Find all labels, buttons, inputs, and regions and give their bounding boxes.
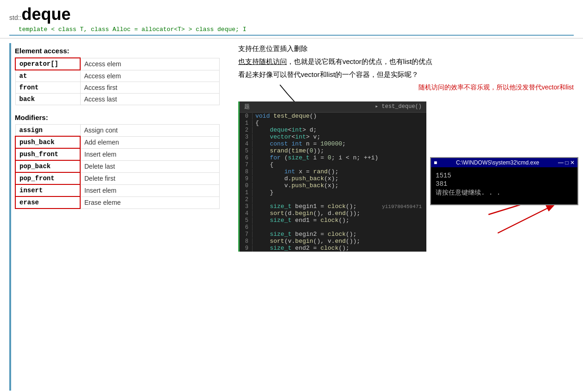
code-line: 7 size_t begin2 = clock();	[240, 231, 426, 238]
back-cell[interactable]: back	[15, 94, 80, 105]
code-line: 6 for (size_t i = 0; i < n; ++i)	[240, 154, 426, 161]
code-line: 9 size_t end2 = clock();	[240, 245, 426, 252]
code-line: 1{	[240, 120, 426, 126]
at-desc: Access elem	[80, 70, 220, 82]
page-container: std:: deque template < class T, class Al…	[0, 0, 583, 392]
back-desc: Access last	[80, 94, 220, 105]
table-row: push_front Insert elem	[15, 148, 220, 160]
cmd-title-controls: — □ ✕	[558, 159, 575, 166]
annotations: 支持任意位置插入删除 也支持随机访问，也就是说它既有vector的优点，也有li…	[238, 43, 578, 92]
code-line: 0void test_deque()	[240, 113, 426, 120]
table-row: pop_front Delete first	[15, 172, 220, 184]
element-access-title: Element access:	[15, 47, 220, 55]
page-title: deque	[21, 5, 70, 24]
push-back-cell[interactable]: push_back	[15, 136, 80, 148]
main-content: Element access: operator[] Access elem a…	[0, 38, 583, 391]
table-row: erase Erase eleme	[15, 196, 220, 209]
cmd-content: 1515 381 请按任意键继续. . .	[431, 167, 577, 204]
assign-cell[interactable]: assign	[15, 125, 80, 137]
annotation-line3: 看起来好像可以替代vector和list的一个容器，但是实际呢？	[238, 69, 578, 80]
namespace-label: std::	[9, 14, 21, 21]
annotation-line2-rest: ，也就是说它既有vector的优点，也有list的优点	[287, 57, 432, 65]
operator-cell[interactable]: operator[]	[15, 58, 80, 70]
front-desc: Access first	[80, 82, 220, 94]
assign-desc: Assign cont	[80, 125, 220, 137]
operator-desc: Access elem	[80, 58, 220, 70]
code-section: 题 ▸ test_deque() 0void test_deque() 1{ 2…	[238, 101, 578, 252]
table-row: operator[] Access elem	[15, 58, 220, 70]
table-row: insert Insert elem	[15, 184, 220, 196]
pop-back-cell[interactable]: pop_back	[15, 160, 80, 172]
editor-tab-label: 题	[244, 103, 250, 111]
modifiers-title: Modifiers:	[15, 114, 220, 121]
code-line: 8 sort(v.begin(), v.end());	[240, 238, 426, 245]
code-line: 4 sort(d.begin(), d.end());	[240, 210, 426, 217]
right-panel: 支持任意位置插入删除 也支持随机访问，也就是说它既有vector的优点，也有li…	[224, 38, 583, 391]
cmd-title-text: C:\WINDOWS\system32\cmd.exe	[456, 159, 539, 166]
table-row: at Access elem	[15, 70, 220, 82]
insert-cell[interactable]: insert	[15, 184, 80, 196]
modifiers-table: assign Assign cont push_back Add elemen …	[15, 124, 220, 209]
push-front-cell[interactable]: push_front	[15, 148, 80, 160]
table-row: assign Assign cont	[15, 125, 220, 137]
code-line: 4 const int n = 100000;	[240, 140, 426, 147]
annotation-line4-red: 随机访问的效率不容乐观，所以他没发替代vector和list	[238, 82, 578, 92]
table-row: pop_back Delete last	[15, 160, 220, 172]
code-line: 2 deque<int> d;	[240, 126, 426, 133]
cmd-output-line3: 请按任意键继续. . .	[436, 189, 573, 197]
pop-front-desc: Delete first	[80, 172, 220, 184]
code-editor-header: 题 ▸ test_deque()	[240, 101, 426, 113]
table-row: back Access last	[15, 94, 220, 105]
cmd-output-line2: 381	[436, 180, 573, 188]
annotation-underline-text: 也支持随机访问	[238, 57, 287, 65]
front-cell[interactable]: front	[15, 82, 80, 94]
annotation-line2: 也支持随机访问，也就是说它既有vector的优点，也有list的优点	[238, 56, 578, 67]
code-line: 0 v.push_back(x);	[240, 182, 426, 189]
push-back-desc: Add elemen	[80, 136, 220, 148]
template-line: template < class T, class Alloc = alloca…	[9, 24, 574, 36]
cmd-titlebar: ■ C:\WINDOWS\system32\cmd.exe — □ ✕	[431, 158, 577, 167]
code-line: 3 size_t begin1 = clock();yi19780459471	[240, 203, 426, 210]
cmd-window: ■ C:\WINDOWS\system32\cmd.exe — □ ✕ 1515…	[430, 157, 578, 205]
code-line: 1 }	[240, 189, 426, 196]
code-line: 6	[240, 224, 426, 231]
element-access-table: operator[] Access elem at Access elem fr…	[15, 57, 220, 105]
code-line: 5 size_t end1 = clock();	[240, 217, 426, 224]
cmd-title-icon: ■	[434, 159, 437, 166]
editor-tab-label2: ▸ test_deque()	[375, 103, 422, 111]
code-line: 3 vector<int> v;	[240, 133, 426, 140]
insert-desc: Insert elem	[80, 184, 220, 196]
pop-front-cell[interactable]: pop_front	[15, 172, 80, 184]
code-lines: 0void test_deque() 1{ 2 deque<int> d; 3 …	[240, 113, 426, 252]
annotation-line1: 支持任意位置插入删除	[238, 43, 578, 54]
cmd-output-line1: 1515	[436, 172, 573, 179]
code-line: 8 int x = rand();	[240, 168, 426, 175]
code-line: 5 srand(time(0));	[240, 147, 426, 154]
push-front-desc: Insert elem	[80, 148, 220, 160]
pop-back-desc: Delete last	[80, 160, 220, 172]
at-cell[interactable]: at	[15, 70, 80, 82]
erase-desc: Erase eleme	[80, 196, 220, 209]
code-line: 9 d.push_back(x);	[240, 175, 426, 182]
code-line: 2	[240, 196, 426, 203]
header: std:: deque template < class T, class Al…	[0, 0, 583, 38]
erase-cell[interactable]: erase	[15, 196, 80, 209]
code-editor[interactable]: 题 ▸ test_deque() 0void test_deque() 1{ 2…	[240, 101, 426, 252]
table-row: push_back Add elemen	[15, 136, 220, 148]
watermark: yi19780459471	[382, 204, 422, 209]
table-row: front Access first	[15, 82, 220, 94]
code-line: 7 {	[240, 161, 426, 168]
left-panel: Element access: operator[] Access elem a…	[11, 38, 224, 391]
